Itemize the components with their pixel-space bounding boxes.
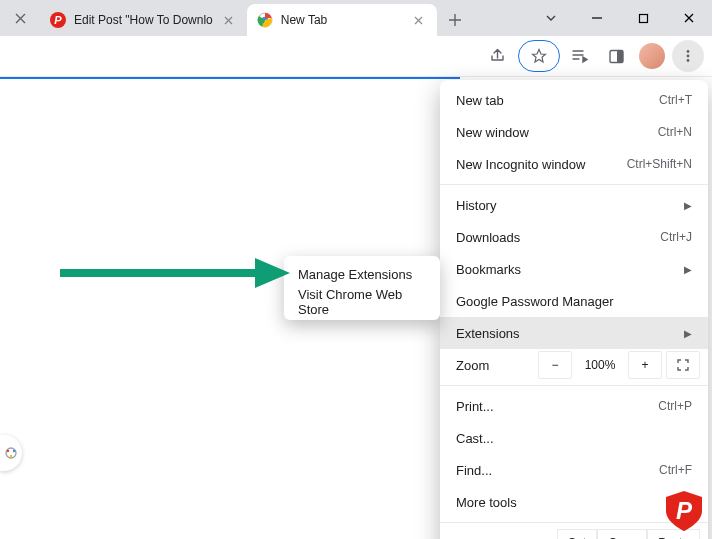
menu-new-incognito[interactable]: New Incognito windowCtrl+Shift+N	[440, 148, 708, 180]
tab-title: New Tab	[281, 13, 403, 27]
chrome-favicon-icon	[257, 12, 273, 28]
window-controls	[528, 0, 712, 36]
fullscreen-icon	[677, 359, 689, 371]
svg-point-9	[687, 59, 690, 62]
playlist-icon	[571, 47, 589, 65]
svg-rect-6	[617, 50, 623, 62]
star-icon	[531, 48, 547, 64]
menu-new-tab[interactable]: New tabCtrl+T	[440, 84, 708, 116]
close-icon	[683, 12, 695, 24]
share-button[interactable]	[482, 40, 514, 72]
menu-history[interactable]: History▶	[440, 189, 708, 221]
new-tab-button[interactable]	[441, 6, 469, 34]
menu-password-manager[interactable]: Google Password Manager	[440, 285, 708, 317]
chevron-right-icon: ▶	[684, 264, 692, 275]
toolbar	[0, 36, 712, 77]
active-tab-highlight	[0, 77, 460, 79]
reading-list-button[interactable]	[564, 40, 596, 72]
window-close[interactable]	[666, 0, 712, 36]
window-maximize[interactable]	[620, 0, 666, 36]
svg-text:P: P	[676, 497, 693, 524]
menu-downloads[interactable]: DownloadsCtrl+J	[440, 221, 708, 253]
tab-active[interactable]: New Tab	[247, 4, 437, 36]
menu-divider	[440, 385, 708, 386]
avatar-icon	[639, 43, 665, 69]
maximize-icon	[638, 13, 649, 24]
tab-strip-close-left[interactable]	[0, 0, 40, 36]
share-icon	[489, 47, 507, 65]
menu-divider	[440, 184, 708, 185]
side-floating-button[interactable]	[0, 435, 22, 471]
chevron-right-icon: ▶	[684, 200, 692, 211]
favicon-p-icon: P	[50, 12, 66, 28]
svg-point-15	[10, 455, 12, 457]
sparkle-icon	[3, 445, 19, 461]
menu-extensions[interactable]: Extensions▶	[440, 317, 708, 349]
kebab-icon	[681, 49, 695, 63]
shield-p-icon: P	[662, 489, 706, 533]
svg-rect-4	[639, 14, 647, 22]
edit-copy-button[interactable]: Copy	[597, 529, 647, 539]
zoom-out-button[interactable]: −	[538, 351, 572, 379]
bookmark-button[interactable]	[518, 40, 560, 72]
zoom-label: Zoom	[456, 358, 534, 373]
tab-close-button[interactable]	[221, 12, 237, 28]
profile-avatar[interactable]	[636, 40, 668, 72]
plus-icon	[448, 13, 462, 27]
chevron-down-icon	[545, 12, 557, 24]
chrome-menu-button[interactable]	[672, 40, 704, 72]
menu-zoom-row: Zoom − 100% +	[440, 349, 708, 381]
edit-label: Edit	[456, 536, 557, 540]
close-icon	[15, 13, 26, 24]
edit-cut-button[interactable]: Cut	[557, 529, 598, 539]
zoom-value: 100%	[576, 352, 624, 378]
browser-window: P Edit Post "How To Downlo New Tab	[0, 0, 712, 539]
svg-marker-11	[255, 258, 290, 288]
svg-point-13	[7, 450, 9, 452]
svg-point-8	[687, 55, 690, 58]
tab-title: Edit Post "How To Downlo	[74, 13, 213, 27]
tab-strip: P Edit Post "How To Downlo New Tab	[0, 0, 712, 36]
menu-print[interactable]: Print...Ctrl+P	[440, 390, 708, 422]
close-icon	[414, 16, 423, 25]
menu-new-window[interactable]: New windowCtrl+N	[440, 116, 708, 148]
svg-point-7	[687, 50, 690, 53]
menu-bookmarks[interactable]: Bookmarks▶	[440, 253, 708, 285]
minimize-icon	[591, 12, 603, 24]
zoom-in-button[interactable]: +	[628, 351, 662, 379]
watermark-logo: P	[662, 489, 706, 533]
side-panel-button[interactable]	[600, 40, 632, 72]
arrow-icon	[60, 258, 290, 288]
annotation-arrow	[60, 258, 290, 288]
chevron-right-icon: ▶	[684, 328, 692, 339]
fullscreen-button[interactable]	[666, 351, 700, 379]
tab-close-button[interactable]	[411, 12, 427, 28]
extensions-submenu: Manage Extensions Visit Chrome Web Store	[284, 256, 440, 320]
svg-text:P: P	[54, 14, 62, 26]
submenu-manage-extensions[interactable]: Manage Extensions	[284, 260, 440, 288]
menu-cast[interactable]: Cast...	[440, 422, 708, 454]
window-minimize[interactable]	[574, 0, 620, 36]
svg-point-14	[13, 450, 15, 452]
close-icon	[224, 16, 233, 25]
chrome-main-menu: New tabCtrl+T New windowCtrl+N New Incog…	[440, 80, 708, 539]
dropdown-indicator[interactable]	[528, 0, 574, 36]
menu-find[interactable]: Find...Ctrl+F	[440, 454, 708, 486]
tab-inactive-1[interactable]: P Edit Post "How To Downlo	[40, 4, 247, 36]
submenu-visit-webstore[interactable]: Visit Chrome Web Store	[284, 288, 440, 316]
side-panel-icon	[608, 48, 625, 65]
